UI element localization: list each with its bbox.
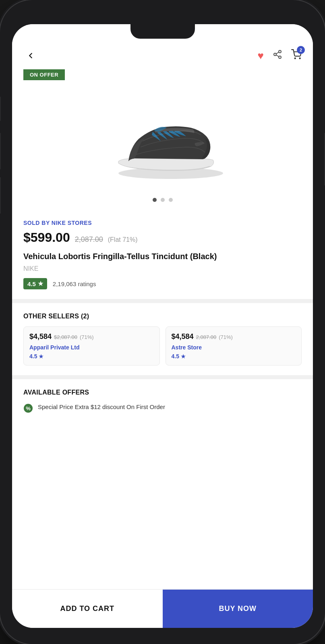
ratings-count: 2,19,063 ratings: [53, 280, 96, 287]
share-icon[interactable]: [273, 50, 282, 62]
section-divider-2: [12, 375, 313, 379]
seller-label: SOLD BY NIKE STORES: [23, 220, 302, 226]
svg-text:%: %: [26, 405, 31, 411]
dot-1[interactable]: [153, 198, 157, 202]
bottom-action-bar: ADD TO CART BUY NOW: [12, 589, 313, 628]
seller-2-star: ★: [181, 353, 186, 359]
svg-point-5: [295, 58, 296, 59]
wishlist-icon[interactable]: ♥: [258, 50, 264, 62]
discount-label: (Flat 71%): [108, 236, 138, 243]
available-offers-section: AVAILABLE OFFERS % Special Price Extra $…: [12, 379, 313, 425]
seller-card-1[interactable]: $4,584 $2,087.00 (71%) Apparil Private L…: [23, 326, 160, 366]
seller-2-name: Astre Store: [172, 344, 296, 351]
notch: [130, 24, 195, 39]
rating-row: 4.5 ★ 2,19,063 ratings: [23, 278, 302, 289]
seller-1-original: $2,087.00: [54, 334, 77, 340]
offer-text-1: Special Price Extra $12 discount On Firs…: [38, 403, 165, 411]
volume-silent-button: [0, 97, 1, 121]
product-info: SOLD BY NIKE STORES $599.00 2,087.00 (Fl…: [12, 220, 313, 289]
phone-screen: ♥: [12, 24, 313, 628]
section-divider-1: [12, 299, 313, 303]
header-icons: ♥: [258, 49, 302, 62]
seller-2-rating: 4.5 ★: [172, 353, 296, 359]
seller-1-discount: (71%): [80, 334, 94, 340]
screen-content: ♥: [12, 24, 313, 589]
dot-3[interactable]: [169, 198, 173, 202]
volume-up-button: [0, 133, 1, 169]
bottom-spacer: [12, 425, 313, 433]
other-sellers-title: OTHER SELLERS (2): [23, 313, 302, 320]
seller-card-2[interactable]: $4,584 2,087.00 (71%) Astre Store 4.5 ★: [166, 326, 302, 366]
svg-line-3: [276, 55, 279, 57]
other-sellers-section: OTHER SELLERS (2) $4,584 $2,087.00 (71%)…: [12, 303, 313, 375]
brand-name: NIKE: [23, 265, 302, 272]
original-price: 2,087.00: [75, 235, 103, 244]
buy-now-button[interactable]: BUY NOW: [163, 590, 313, 628]
volume-down-button: [0, 177, 1, 214]
sellers-grid: $4,584 $2,087.00 (71%) Apparil Private L…: [23, 326, 302, 366]
seller-2-price: $4,584: [172, 332, 194, 341]
seller-1-price-row: $4,584 $2,087.00 (71%): [29, 332, 154, 341]
offer-percent-icon: %: [23, 403, 33, 415]
product-image: [23, 87, 302, 191]
add-to-cart-button[interactable]: ADD TO CART: [12, 590, 163, 628]
product-name: Vehicula Lobortis Fringilla-Tellus Tinci…: [23, 251, 302, 262]
phone-frame: ♥: [0, 0, 325, 644]
seller-2-price-row: $4,584 2,087.00 (71%): [172, 332, 296, 341]
back-button[interactable]: [23, 48, 38, 63]
seller-2-original: 2,087.00: [196, 334, 217, 340]
available-offers-title: AVAILABLE OFFERS: [23, 389, 302, 396]
cart-badge: 2: [297, 46, 305, 54]
svg-point-6: [300, 58, 300, 59]
star-icon: ★: [38, 280, 43, 287]
price-row: $599.00 2,087.00 (Flat 71%): [23, 230, 302, 245]
rating-badge: 4.5 ★: [23, 278, 47, 289]
offer-badge: ON OFFER: [23, 69, 65, 80]
current-price: $599.00: [23, 230, 70, 245]
seller-1-star: ★: [39, 353, 43, 359]
dot-2[interactable]: [161, 198, 165, 202]
seller-2-discount: (71%): [219, 334, 233, 340]
svg-line-4: [276, 52, 279, 54]
image-dots: [23, 198, 302, 202]
offer-row-1: % Special Price Extra $12 discount On Fi…: [23, 403, 302, 415]
seller-1-rating: 4.5 ★: [29, 353, 154, 359]
seller-1-name: Apparil Private Ltd: [29, 344, 154, 351]
seller-1-price: $4,584: [29, 332, 52, 341]
rating-value: 4.5: [27, 280, 36, 287]
cart-button[interactable]: 2: [291, 49, 302, 62]
product-image-container: ON OFFER: [12, 69, 313, 220]
